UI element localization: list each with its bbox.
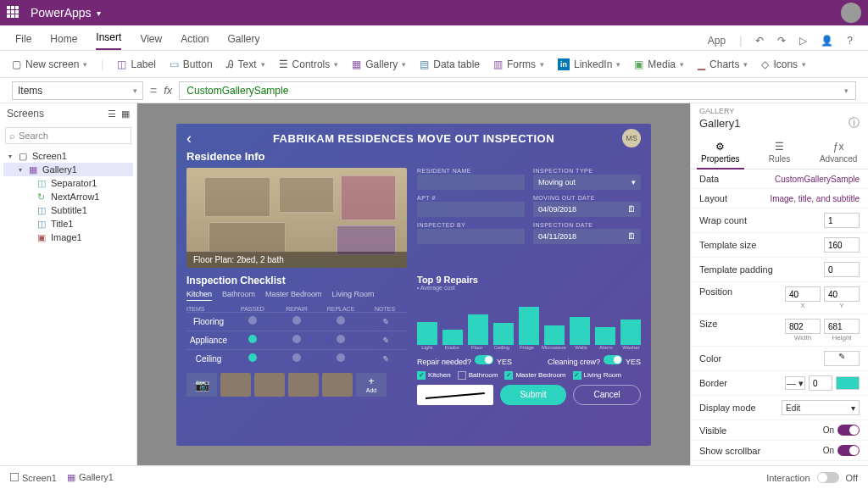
menu-insert[interactable]: Insert	[96, 31, 121, 50]
tree-screen1[interactable]: ▾▢Screen1	[3, 149, 133, 163]
repair-needed-toggle[interactable]	[475, 355, 493, 364]
radio-passed[interactable]	[248, 316, 257, 325]
chevron-down-icon[interactable]: ▾	[97, 8, 101, 18]
prop-dmode-select[interactable]: Edit▾	[782, 400, 860, 415]
redo-icon[interactable]: ↷	[777, 35, 786, 47]
submit-button[interactable]: Submit	[500, 385, 566, 405]
radio-repair[interactable]	[292, 316, 301, 325]
floorplan-image[interactable]: Floor Plan: 2bed, 2 bath	[186, 168, 407, 268]
prop-border-style[interactable]: — ▾	[785, 376, 805, 390]
forms-button[interactable]: ▥Forms▾	[493, 58, 544, 70]
tree-subtitle1[interactable]: ◫Subtitle1	[3, 203, 133, 217]
prop-size-w[interactable]	[785, 319, 821, 334]
inspected-by-input[interactable]	[417, 229, 525, 244]
menu-file[interactable]: File	[15, 33, 31, 50]
resident-name-input[interactable]	[417, 175, 525, 190]
property-dropdown[interactable]: Items▾	[12, 81, 143, 100]
prop-wrap-input[interactable]	[824, 213, 860, 228]
edit-icon[interactable]: ✎	[381, 354, 388, 364]
radio-repair[interactable]	[292, 335, 301, 343]
tree-image1[interactable]: ▣Image1	[3, 231, 133, 244]
linkedin-button[interactable]: inLinkedIn▾	[558, 58, 620, 70]
room-check-living-room[interactable]: ✓Living Room	[573, 371, 621, 380]
tree-grid-icon[interactable]: ▦	[121, 108, 130, 119]
tab-living-room[interactable]: Living Room	[332, 290, 375, 301]
signature-pad[interactable]	[417, 385, 493, 405]
photo-thumb[interactable]	[322, 373, 353, 397]
photo-thumb[interactable]	[220, 373, 251, 397]
tree-title1[interactable]: ◫Title1	[3, 217, 133, 231]
canvas[interactable]: ‹ FABRIKAM RESIDENCES MOVE OUT INSPECTIO…	[137, 103, 690, 465]
radio-replace[interactable]	[337, 353, 345, 362]
cancel-button[interactable]: Cancel	[573, 385, 641, 405]
status-screen[interactable]: Screen1	[10, 473, 57, 483]
photo-thumb[interactable]	[288, 373, 319, 397]
menu-view[interactable]: View	[140, 33, 162, 50]
tree-nextarrow1[interactable]: ↻NextArrow1	[3, 190, 133, 203]
camera-button[interactable]: 📷	[186, 373, 217, 397]
room-check-master-bedroom[interactable]: ✓Master Bedroom	[504, 371, 565, 380]
charts-button[interactable]: ▁Charts▾	[698, 58, 748, 70]
inspection-date-input[interactable]: 04/11/2018🗓	[533, 229, 641, 244]
room-check-bathroom[interactable]: Bathroom	[458, 371, 498, 380]
user-avatar[interactable]	[841, 3, 861, 23]
controls-button[interactable]: ☰Controls▾	[279, 58, 339, 70]
prop-border-width[interactable]	[809, 375, 832, 391]
tab-properties[interactable]: ⚙Properties	[691, 136, 750, 169]
formula-input[interactable]: CustomGallerySample▾	[179, 81, 856, 100]
menu-gallery[interactable]: Gallery	[228, 33, 260, 50]
tab-rules[interactable]: ☰Rules	[750, 136, 810, 169]
edit-icon[interactable]: ✎	[381, 336, 388, 345]
prop-data-value[interactable]: CustomGallerySample	[775, 175, 860, 184]
tab-advanced[interactable]: ƒxAdvanced	[809, 136, 868, 169]
tab-bathroom[interactable]: Bathroom	[222, 290, 255, 301]
media-button[interactable]: ▣Media▾	[634, 58, 684, 70]
tab-kitchen[interactable]: Kitchen	[186, 290, 212, 301]
prop-border-color[interactable]	[836, 376, 860, 390]
button-button[interactable]: ▭Button	[170, 58, 213, 70]
add-photo-button[interactable]: +Add	[356, 373, 387, 397]
prop-position-x[interactable]	[785, 286, 821, 302]
share-icon[interactable]: 👤	[821, 35, 833, 47]
waffle-icon[interactable]	[7, 6, 20, 19]
prop-scroll-toggle[interactable]	[837, 445, 860, 456]
radio-repair[interactable]	[292, 353, 301, 362]
prop-color-picker[interactable]: ✎	[824, 351, 860, 366]
help-icon[interactable]: ?	[847, 35, 853, 47]
apt-input[interactable]	[417, 202, 525, 217]
tree-separator1[interactable]: ◫Separator1	[3, 176, 133, 190]
radio-replace[interactable]	[337, 335, 345, 343]
icons-button[interactable]: ◇Icons▾	[761, 58, 806, 70]
undo-icon[interactable]: ↶	[755, 35, 764, 47]
text-button[interactable]: ᎯText▾	[226, 58, 265, 70]
info-icon[interactable]: ⓘ	[849, 115, 860, 131]
radio-replace[interactable]	[337, 316, 345, 325]
preview-avatar[interactable]: MS	[622, 129, 641, 147]
room-check-kitchen[interactable]: ✓Kitchen	[417, 371, 451, 380]
prop-layout-value[interactable]: Image, title, and subtitle	[770, 194, 860, 203]
menu-action[interactable]: Action	[181, 33, 209, 50]
prop-tpad-input[interactable]	[824, 262, 860, 277]
datatable-button[interactable]: ▤Data table	[420, 58, 480, 70]
tree-list-icon[interactable]: ☰	[108, 108, 116, 119]
status-gallery[interactable]: ▦Gallery1	[67, 472, 114, 483]
prop-size-h[interactable]	[824, 319, 860, 334]
tree-search-input[interactable]: ⌕Search	[5, 127, 131, 144]
play-icon[interactable]: ▷	[799, 35, 807, 47]
tree-gallery1[interactable]: ▾▦Gallery1	[3, 163, 133, 176]
photo-thumb[interactable]	[254, 373, 285, 397]
edit-icon[interactable]: ✎	[381, 317, 388, 326]
radio-passed[interactable]	[248, 353, 257, 362]
interaction-toggle[interactable]	[817, 472, 839, 484]
new-screen-button[interactable]: ▢New screen▾	[12, 58, 87, 70]
tab-master-bedroom[interactable]: Master Bedroom	[265, 290, 322, 301]
gallery-button[interactable]: ▦Gallery▾	[352, 58, 406, 70]
prop-tsize-input[interactable]	[824, 237, 860, 253]
menu-home[interactable]: Home	[50, 33, 77, 50]
cleaning-crew-toggle[interactable]	[604, 355, 622, 364]
moving-out-date-input[interactable]: 04/09/2018🗓	[533, 202, 641, 217]
inspection-type-select[interactable]: Moving out▾	[533, 175, 641, 190]
prop-position-y[interactable]	[824, 286, 860, 302]
prop-visible-toggle[interactable]	[837, 425, 860, 436]
radio-passed[interactable]	[248, 335, 257, 343]
